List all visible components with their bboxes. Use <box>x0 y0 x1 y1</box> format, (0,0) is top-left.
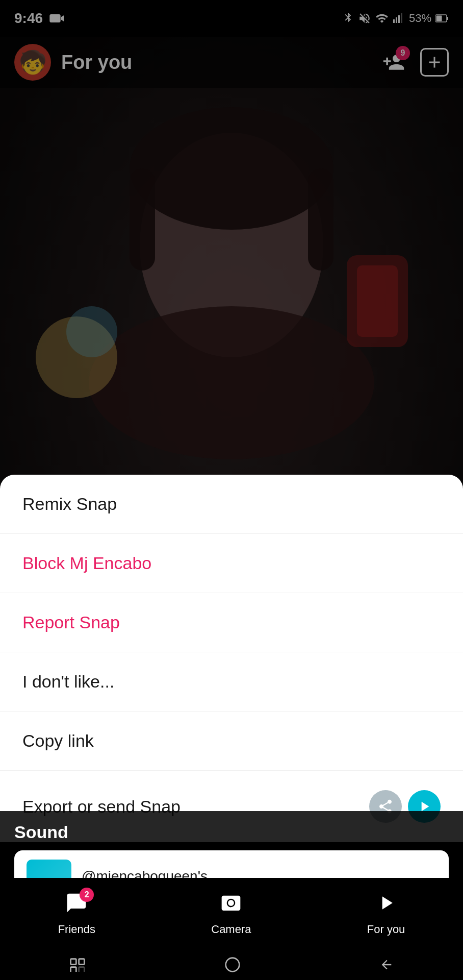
for-you-label: For you <box>367 923 405 936</box>
for-you-icon-wrapper <box>375 892 397 919</box>
camera-icon-wrapper <box>220 892 242 919</box>
block-user-item[interactable]: Block Mj Encabo <box>0 534 463 593</box>
report-snap-item[interactable]: Report Snap <box>0 593 463 652</box>
home-icon[interactable] <box>224 957 241 973</box>
camera-label: Camera <box>211 923 251 936</box>
sound-label: Sound <box>14 822 449 842</box>
context-menu: Remix Snap Block Mj Encabo Report Snap I… <box>0 475 463 842</box>
svg-rect-17 <box>71 959 76 965</box>
dont-like-label: I don't like... <box>22 672 114 692</box>
bottom-nav: 2 Friends Camera For you <box>0 878 463 949</box>
block-user-label: Block Mj Encabo <box>22 553 151 573</box>
friends-icon-wrapper: 2 <box>65 892 88 919</box>
remix-snap-item[interactable]: Remix Snap <box>0 475 463 534</box>
copy-link-item[interactable]: Copy link <box>0 712 463 771</box>
play-icon <box>375 892 397 914</box>
system-nav-bar <box>0 949 463 980</box>
dont-like-item[interactable]: I don't like... <box>0 652 463 712</box>
svg-rect-20 <box>79 967 85 972</box>
nav-for-you[interactable]: For you <box>367 892 405 936</box>
copy-link-label: Copy link <box>22 731 94 751</box>
nav-friends[interactable]: 2 Friends <box>58 892 95 936</box>
friends-badge: 2 <box>80 888 94 902</box>
camera-icon <box>220 892 242 914</box>
recent-apps-icon[interactable] <box>69 958 86 972</box>
nav-camera[interactable]: Camera <box>211 892 251 936</box>
back-icon[interactable] <box>379 958 394 972</box>
svg-point-21 <box>226 958 240 972</box>
friends-label: Friends <box>58 923 95 936</box>
svg-rect-19 <box>71 967 76 972</box>
report-snap-label: Report Snap <box>22 612 120 632</box>
remix-snap-label: Remix Snap <box>22 494 117 514</box>
svg-rect-18 <box>79 959 85 965</box>
